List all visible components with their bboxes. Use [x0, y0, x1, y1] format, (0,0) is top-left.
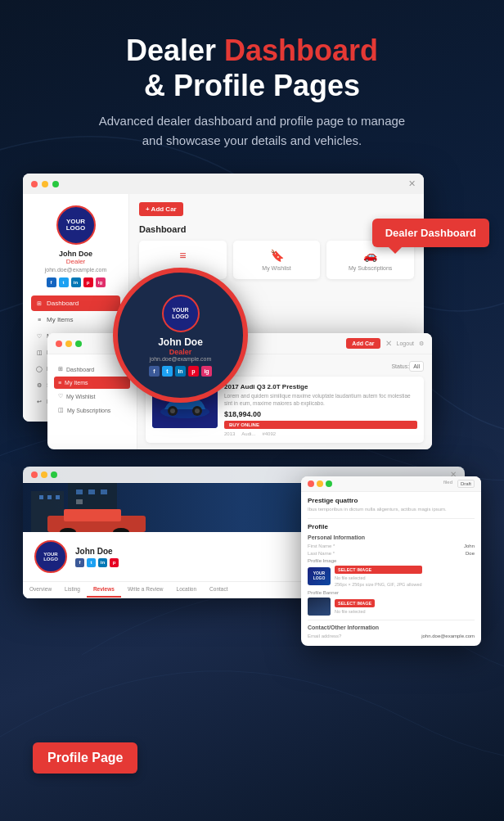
profile-banner-label: Profile Banner	[308, 590, 475, 595]
popup-logo: YOURLOGO	[162, 295, 200, 332]
dash-user-role: Dealer	[31, 258, 120, 265]
prp-image-thumb: YOURLOGO	[308, 567, 331, 585]
profile-page-label: Profile Page	[33, 742, 137, 774]
popup-instagram-icon: ig	[201, 366, 212, 377]
profile-right-panel: filed Draft Prestige quattro Ibus tempor…	[301, 476, 481, 645]
svg-rect-20	[64, 509, 121, 521]
buy-online-button[interactable]: BUY ONLINE	[224, 421, 417, 429]
dashboard-icon: ⊞	[36, 300, 43, 307]
tab-contact[interactable]: Contact	[203, 582, 234, 598]
prp-field-firstname: First Name * John	[308, 544, 475, 548]
dot2-yellow	[65, 341, 72, 347]
pinterest-icon: p	[83, 277, 93, 287]
dot-green	[52, 181, 59, 187]
prp-email-value: john.doe@example.com	[421, 634, 475, 638]
prp-car-desc: Ibus temporibus in dictum nulla aligentu…	[308, 506, 475, 512]
card-icon-0: ≡	[144, 249, 222, 262]
dot2-red	[56, 341, 62, 347]
status-select[interactable]: All	[409, 361, 424, 372]
dash2-right-bar: Add Car ✕ Logout ⚙	[346, 338, 424, 349]
twitter-icon: t	[59, 277, 69, 287]
card-icon-1: 🔖	[238, 249, 316, 262]
dash-logo: YOURLOGO	[56, 205, 96, 245]
select-image-button-2[interactable]: SELECT IMAGE	[335, 599, 375, 607]
svg-rect-9	[39, 495, 43, 499]
car-year: 2013	[224, 431, 235, 436]
pf-twitter-icon: t	[87, 558, 96, 567]
status-label: Status:	[391, 363, 409, 369]
prp-contact-section: Contact/Other Information	[308, 625, 475, 630]
dash2-add-btn[interactable]: Add Car	[346, 338, 380, 349]
close-x[interactable]: ✕	[408, 178, 416, 189]
pdot-green	[51, 471, 57, 478]
prp-dot-green	[326, 480, 332, 487]
svg-rect-16	[76, 499, 83, 504]
car-desc: Lorem and quidem similique maxime volupt…	[224, 392, 417, 407]
car-price: $18,994.00	[224, 410, 417, 418]
prp-email-label: Email address?	[308, 634, 341, 638]
profile-bar-dots	[31, 471, 57, 478]
tab-write-review[interactable]: Write a Review	[121, 582, 170, 598]
dash2-nav-subscriptions[interactable]: ◫ My Subscriptions	[54, 404, 130, 417]
dash2-close-icon[interactable]: ✕	[385, 339, 392, 348]
profile-image-label: Profile Image	[308, 558, 475, 563]
tab-overview[interactable]: Overview	[23, 582, 58, 598]
car-info: 2017 Audi Q3 2.0T Prestige Lorem and qui…	[224, 383, 417, 435]
select-image-button-1[interactable]: SELECT IMAGE	[335, 566, 422, 574]
linkedin-icon: in	[71, 277, 81, 287]
prp-field-lastname: Last Name * Doe	[308, 551, 475, 556]
dash2-nav-items[interactable]: ≡ My Items	[54, 377, 130, 389]
prp-banner-row: SELECT IMAGE No file selected	[308, 598, 475, 616]
svg-rect-11	[56, 495, 60, 499]
svg-rect-10	[47, 495, 52, 499]
screenshots-container: ✕ YOURLOGO John Doe Dealer john.doe@exam…	[23, 174, 481, 681]
pdot-yellow	[41, 471, 47, 478]
prp-dot-yellow	[317, 480, 323, 487]
prp-car-header: Prestige quattro	[308, 497, 475, 504]
prp-firstname-value: John	[464, 544, 475, 548]
tab-listing[interactable]: Listing	[58, 582, 87, 598]
nav-dashboard[interactable]: ⊞ Dashboard	[31, 295, 120, 311]
car-make: Audi...	[241, 431, 255, 436]
facebook-icon: f	[47, 277, 56, 287]
popup-linkedin-icon: in	[175, 366, 186, 377]
popup-email: john.doe@example.com	[150, 356, 212, 362]
pf-facebook-icon: f	[75, 558, 84, 567]
pf-linkedin-icon: in	[98, 558, 107, 567]
popup-name: John Doe	[158, 336, 203, 348]
car-vin: #4092	[262, 431, 276, 436]
popup-facebook-icon: f	[149, 366, 160, 377]
prp-lastname-label: Last Name *	[308, 551, 335, 556]
dash2-nav-dashboard[interactable]: ⊞ Dashboard	[54, 363, 130, 376]
browser-bar: ✕	[23, 174, 424, 194]
instagram-icon: ig	[96, 277, 106, 287]
header-subtitle: Advanced dealer dashboard and profile pa…	[97, 111, 407, 151]
tab-location[interactable]: Location	[170, 582, 204, 598]
dash2-dots	[56, 341, 82, 347]
prp-dot-red	[308, 480, 314, 487]
add-car-button[interactable]: + Add Car	[139, 202, 183, 216]
pdot-red	[31, 471, 38, 478]
subscriptions-icon: ◫	[36, 350, 43, 356]
prp-field-email: Email address? john.doe@example.com	[308, 634, 475, 638]
prp-dots	[308, 480, 332, 487]
svg-point-3	[170, 408, 175, 413]
main-title: Dealer Dashboard & Profile Pages	[97, 33, 407, 103]
svg-rect-14	[88, 489, 95, 494]
nav-my-items[interactable]: ≡ My Items	[31, 312, 120, 327]
no-file-2: No file selected	[335, 609, 375, 614]
car-title: 2017 Audi Q3 2.0T Prestige	[224, 383, 417, 390]
dash2-subscriptions-icon: ◫	[58, 407, 64, 413]
prp-banner-thumb	[308, 598, 331, 616]
dash2-nav-wishlist[interactable]: ♡ My Wishlist	[54, 390, 130, 403]
dot-yellow	[42, 181, 48, 187]
settings-icon: ⚙	[36, 382, 43, 389]
svg-rect-15	[101, 489, 107, 494]
prp-image-row: YOURLOGO SELECT IMAGE No file selected 2…	[308, 566, 475, 587]
tab-reviews[interactable]: Reviews	[87, 582, 121, 598]
svg-point-5	[195, 408, 200, 413]
popup-social: f t in p ig	[149, 366, 212, 377]
no-file-1: No file selected	[335, 575, 422, 580]
img-desc-1: 256px × 256px size PNG, GIF, JPG allowed	[335, 582, 422, 587]
svg-rect-13	[76, 489, 83, 494]
